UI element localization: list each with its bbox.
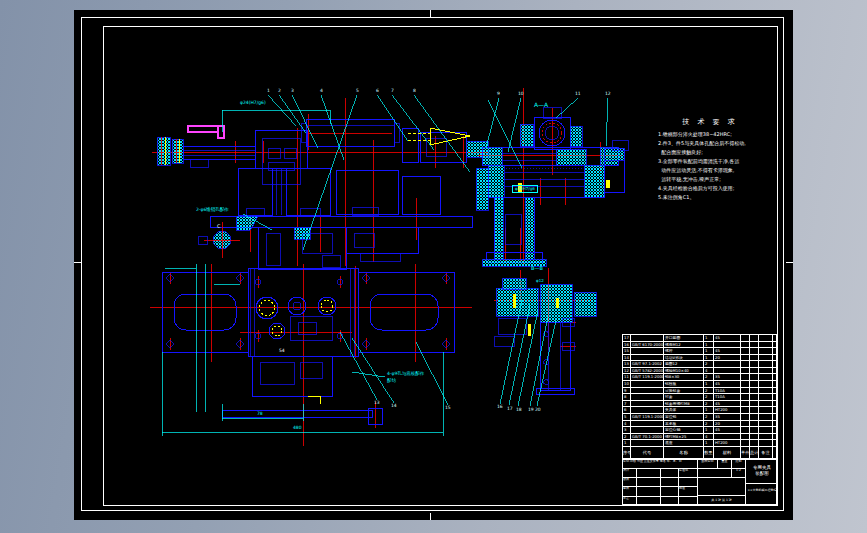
cell (750, 440, 759, 446)
note-drill-2: 配钻 (387, 379, 396, 384)
sign-date-cell (661, 486, 679, 495)
cell (759, 374, 773, 380)
cell (759, 394, 773, 400)
leader-number-16: 16 (497, 405, 503, 410)
cell: 11 (623, 374, 631, 380)
note-line-2: 2.件3、件5与夹具体孔配合后不得松动, (658, 139, 762, 148)
cell: GB/T 97.1-2002 (631, 361, 664, 367)
cell: 螺杆 (664, 348, 704, 354)
cell: 1 (704, 348, 714, 354)
cell (759, 368, 773, 374)
leader-number-9: 9 (497, 92, 500, 97)
cell: 螺钉M8×25 (664, 434, 704, 440)
cell: 4 (704, 368, 714, 374)
cell: 底座 (664, 440, 704, 446)
notes-title: 技 术 要 求 (658, 117, 762, 127)
cell (741, 394, 750, 400)
cell (631, 401, 664, 407)
leader-number-5: 5 (356, 89, 359, 94)
cell (741, 401, 750, 407)
cell (741, 361, 750, 367)
cell (741, 427, 750, 433)
parts-row-7: 7钻套用螺钉M8245 (623, 401, 776, 408)
parts-header-cell: 单件 (741, 447, 750, 458)
cell: 8 (623, 394, 631, 400)
note-line-4: 3.全部零件装配前均需清洗干净,各运 (658, 157, 762, 166)
cell (759, 335, 773, 341)
cell (750, 414, 759, 420)
cell: T10A (714, 394, 741, 400)
parts-header-cell: 序号 (623, 447, 631, 458)
parts-row-14: 14活动V形块120 (623, 355, 776, 362)
parts-row-15: 15螺杆145 (623, 348, 776, 355)
section-b-b: B—B (531, 266, 543, 271)
cell (759, 342, 773, 348)
cell (759, 421, 773, 427)
cell (631, 381, 664, 387)
sign-date-cell (661, 496, 679, 505)
cell (714, 342, 741, 348)
parts-list: 17开口垫圈14516GB/T 6170-2000螺母M12115螺杆14514… (623, 335, 776, 447)
desktop: { "window": { "surface": "cad-paper-spac… (0, 0, 867, 533)
cell: 6 (623, 407, 631, 413)
cell: 夹具体 (664, 407, 704, 413)
leader-number-13: 13 (374, 401, 380, 406)
cell (750, 342, 759, 348)
sign-name-cell (637, 468, 661, 477)
cell: 1 (623, 440, 631, 446)
company-name: ××大学机械工程学院 (746, 483, 778, 505)
cell (631, 421, 664, 427)
cell (759, 407, 773, 413)
cell (631, 355, 664, 361)
cell (741, 355, 750, 361)
cell: 15 (623, 348, 631, 354)
dim-54: 54 (279, 349, 285, 354)
sign-label-right-标准化: 标准化 (679, 468, 698, 477)
cell (741, 421, 750, 427)
cell: 1 (704, 342, 714, 348)
cell (741, 434, 750, 440)
parts-row-4: 4支承板220 (623, 421, 776, 428)
cell: 垫圈12 (664, 361, 704, 367)
leader-number-4: 4 (320, 89, 323, 94)
leader-number-3: 3 (291, 89, 294, 94)
dim-fit-top: φ24(H7/g6) (240, 101, 266, 106)
leader-number-7: 7 (391, 89, 394, 94)
scale-value: 1:2 (732, 468, 746, 477)
cell: 2 (704, 414, 714, 420)
parts-row-3: 3定位心轴145 (623, 427, 776, 434)
cell (631, 335, 664, 341)
note-line-6: 运转平稳,无冲击,噪声正常; (658, 175, 762, 184)
cell: 17 (623, 335, 631, 341)
parts-header-cell: 总计 (750, 447, 759, 458)
sign-label-设计: 设计 (623, 468, 637, 477)
sign-date-cell (661, 468, 679, 477)
parts-row-13: 13GB/T 97.1-2002垫圈122 (623, 361, 776, 368)
leader-number-8: 8 (413, 89, 416, 94)
parts-row-12: 12GB/T 5782-2000螺栓M10×404 (623, 368, 776, 375)
note-line-1: 1.锥柄部分淬火处理38~42HRC; (658, 130, 762, 139)
dim-78: 78 (257, 412, 263, 417)
cell (750, 335, 759, 341)
parts-row-16: 16GB/T 6170-2000螺母M121 (623, 342, 776, 349)
cell (750, 427, 759, 433)
leader-number-20: 20 (535, 408, 541, 413)
cell (714, 434, 741, 440)
parts-row-10: 10钻模板145 (623, 381, 776, 388)
cell: 销8×30 (664, 374, 704, 380)
cell: 定位销 (664, 414, 704, 420)
cell (741, 440, 750, 446)
cell (631, 348, 664, 354)
sign-label-right-3 (679, 496, 698, 505)
cell: 2 (704, 394, 714, 400)
parts-header-cell: 材料 (714, 447, 741, 458)
sheet-count: 共 1 张 第 1 张 (698, 495, 746, 505)
cell (741, 348, 750, 354)
cell: 4 (704, 434, 714, 440)
note-line-8: 5.未注倒角C1。 (658, 193, 762, 202)
cell: 7 (623, 401, 631, 407)
cell: GB/T 6170-2000 (631, 342, 664, 348)
cell: 2 (704, 374, 714, 380)
cell (750, 374, 759, 380)
cell: 3 (623, 427, 631, 433)
